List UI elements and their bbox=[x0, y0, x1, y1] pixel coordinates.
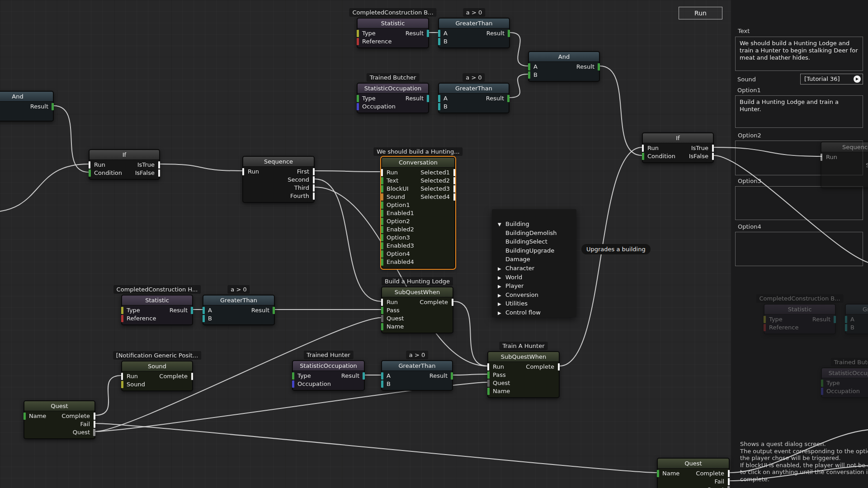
option4-input-pin[interactable] bbox=[381, 250, 383, 258]
node-subquestwhen-hunter[interactable]: SubQuestWhenRunCompletePassQuestName bbox=[487, 351, 560, 398]
node-statistic-completed-b[interactable]: StatisticTypeResultReference bbox=[357, 18, 429, 48]
node-statisticoccupation-butcher[interactable]: StatisticOccupationTypeResultOccupation bbox=[357, 83, 429, 113]
blockui-input-pin[interactable] bbox=[381, 185, 383, 192]
a-input-pin[interactable] bbox=[381, 372, 383, 380]
complete-output-pin[interactable] bbox=[728, 470, 730, 477]
graph-canvas[interactable]: CompletedConstruction B...StatisticTypeR… bbox=[0, 0, 868, 488]
run-input-pin[interactable] bbox=[89, 161, 90, 169]
menu-item-utilities[interactable]: ▶Utilities bbox=[492, 299, 576, 308]
menu-item-buildingdemolish[interactable]: BuildingDemolish bbox=[492, 229, 576, 238]
menu-item-character[interactable]: ▶Character bbox=[492, 264, 576, 273]
run-input-pin[interactable] bbox=[381, 169, 383, 176]
node-greaterthan-hunter[interactable]: GreaterThanAResultB bbox=[381, 360, 453, 391]
sound-input-pin[interactable] bbox=[121, 381, 123, 388]
b-input-pin[interactable] bbox=[438, 38, 440, 45]
a-input-pin[interactable] bbox=[438, 30, 440, 37]
fourth-output-pin[interactable] bbox=[313, 192, 315, 200]
name-input-pin[interactable] bbox=[24, 413, 26, 420]
node-quest-bottom-right[interactable]: QuestNameCompleteFailQuest bbox=[657, 458, 730, 488]
reference-input-pin[interactable] bbox=[121, 315, 123, 322]
condition-input-pin[interactable] bbox=[642, 153, 644, 160]
node-if-left[interactable]: IfRunIsTrueConditionIsFalse bbox=[89, 149, 160, 180]
a-input-pin[interactable] bbox=[528, 63, 530, 70]
occupation-input-pin[interactable] bbox=[292, 380, 294, 388]
enabled2-input-pin[interactable] bbox=[381, 226, 383, 233]
quest-output-pin[interactable] bbox=[727, 486, 730, 488]
result-output-pin[interactable] bbox=[451, 372, 453, 380]
a-input-pin[interactable] bbox=[438, 95, 440, 102]
selected4-output-pin[interactable] bbox=[453, 193, 455, 201]
enabled4-input-pin[interactable] bbox=[381, 258, 383, 266]
type-input-pin[interactable] bbox=[121, 307, 123, 314]
fail-output-pin[interactable] bbox=[728, 478, 730, 485]
complete-output-pin[interactable] bbox=[191, 373, 193, 380]
run-input-pin[interactable] bbox=[487, 363, 489, 371]
run-input-pin[interactable] bbox=[242, 168, 244, 175]
result-output-pin[interactable] bbox=[508, 30, 510, 37]
option1-input-pin[interactable] bbox=[381, 202, 383, 209]
third-output-pin[interactable] bbox=[313, 184, 315, 192]
run-input-pin[interactable] bbox=[821, 154, 822, 161]
enabled1-input-pin[interactable] bbox=[381, 210, 383, 217]
quest-output-pin[interactable] bbox=[93, 429, 95, 436]
option3-input-pin[interactable] bbox=[381, 234, 383, 241]
node-statistic-completed-h[interactable]: StatisticTypeResultReference bbox=[121, 295, 193, 325]
second-output-pin[interactable] bbox=[313, 176, 315, 183]
node-palette-menu[interactable]: ▼BuildingBuildingDemolishBuildingSelectB… bbox=[492, 209, 576, 317]
run-input-pin[interactable] bbox=[642, 145, 644, 152]
pass-input-pin[interactable] bbox=[381, 307, 383, 314]
sound-input-pin[interactable] bbox=[381, 193, 383, 201]
name-input-pin[interactable] bbox=[657, 470, 659, 477]
result-output-pin[interactable] bbox=[191, 307, 193, 314]
isfalse-output-pin[interactable] bbox=[158, 169, 160, 177]
menu-item-conversion[interactable]: ▶Conversion bbox=[492, 291, 576, 300]
menu-item-control-flow[interactable]: ▶Control flow bbox=[492, 308, 576, 317]
node-sequence-ghost[interactable]: SequenceRunFirstSecondThirdFourth bbox=[821, 141, 868, 188]
node-greaterthan-h[interactable]: GreaterThanAResultB bbox=[203, 295, 275, 325]
a-input-pin[interactable] bbox=[203, 307, 205, 314]
istrue-output-pin[interactable] bbox=[158, 161, 160, 169]
node-greaterthan-butcher[interactable]: GreaterThanAResultB bbox=[438, 83, 509, 113]
collapsed-arrow-icon[interactable]: ▶ bbox=[498, 264, 505, 273]
b-input-pin[interactable] bbox=[381, 380, 383, 388]
collapsed-arrow-icon[interactable]: ▶ bbox=[498, 282, 505, 291]
isfalse-output-pin[interactable] bbox=[712, 153, 714, 160]
menu-item-damage[interactable]: Damage bbox=[492, 255, 576, 264]
node-quest-bottom-left[interactable]: QuestNameCompleteFailQuest bbox=[24, 400, 95, 439]
node-sound[interactable]: SoundRunCompleteSound bbox=[121, 361, 193, 391]
node-subquestwhen-lodge[interactable]: SubQuestWhenRunCompletePassQuestName bbox=[381, 286, 453, 333]
type-input-pin[interactable] bbox=[357, 30, 359, 37]
expanded-arrow-icon[interactable]: ▼ bbox=[498, 220, 505, 229]
node-and-left[interactable]: AndAResultB bbox=[0, 91, 54, 122]
menu-item-player[interactable]: ▶Player bbox=[492, 282, 576, 291]
collapsed-arrow-icon[interactable]: ▶ bbox=[498, 300, 505, 309]
quest-input-pin[interactable] bbox=[487, 380, 490, 387]
name-input-pin[interactable] bbox=[381, 323, 383, 330]
complete-output-pin[interactable] bbox=[558, 363, 560, 371]
selected3-output-pin[interactable] bbox=[453, 185, 455, 192]
collapsed-arrow-icon[interactable]: ▶ bbox=[498, 291, 505, 300]
node-greaterthan-top[interactable]: GreaterThanAResultB bbox=[438, 18, 510, 48]
enabled3-input-pin[interactable] bbox=[381, 242, 383, 249]
complete-output-pin[interactable] bbox=[94, 413, 95, 420]
result-output-pin[interactable] bbox=[507, 95, 509, 102]
name-input-pin[interactable] bbox=[487, 388, 490, 395]
istrue-output-pin[interactable] bbox=[712, 145, 714, 152]
result-output-pin[interactable] bbox=[273, 307, 275, 314]
b-input-pin[interactable] bbox=[203, 315, 205, 322]
condition-input-pin[interactable] bbox=[89, 169, 91, 177]
result-output-pin[interactable] bbox=[427, 30, 429, 37]
complete-output-pin[interactable] bbox=[452, 299, 453, 306]
collapsed-arrow-icon[interactable]: ▶ bbox=[498, 273, 505, 282]
result-output-pin[interactable] bbox=[427, 95, 429, 102]
b-input-pin[interactable] bbox=[528, 71, 530, 79]
pass-input-pin[interactable] bbox=[487, 371, 490, 379]
node-statisticoccupation-hunter[interactable]: StatisticOccupationTypeResultOccupation bbox=[292, 360, 365, 391]
type-input-pin[interactable] bbox=[292, 372, 294, 380]
node-conversation[interactable]: ConversationRunSelected1TextSelected2Blo… bbox=[381, 157, 455, 269]
type-input-pin[interactable] bbox=[357, 95, 359, 102]
occupation-input-pin[interactable] bbox=[357, 103, 359, 110]
b-input-pin[interactable] bbox=[438, 103, 440, 110]
menu-item-buildingupgrade[interactable]: BuildingUpgrade bbox=[492, 246, 576, 255]
menu-item-building[interactable]: ▼Building bbox=[492, 220, 576, 229]
